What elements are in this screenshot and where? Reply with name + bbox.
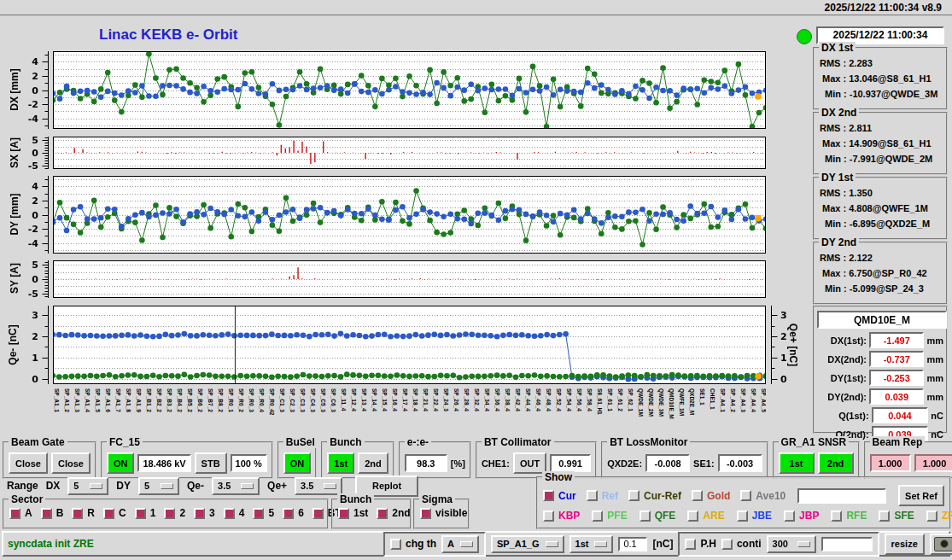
sector-checkbox-5[interactable]: 5 [253,507,274,519]
x-axis-label: SP_B2_2 [155,388,161,431]
sector-checkbox-C[interactable]: C [103,507,126,519]
sigma-visible-checkbox[interactable]: visible [420,507,467,519]
option-menu-indicator [594,541,607,547]
bunch-2nd-button[interactable]: 2nd [358,452,388,474]
set-ref-input[interactable] [797,488,886,504]
checkbox-indicator [283,508,294,519]
checkbox-label: Ref [602,490,618,502]
checkbox-indicator [72,508,83,519]
bunch-order-select[interactable]: 1st [569,535,614,553]
th-select[interactable]: A [441,535,479,553]
device-name-display: QMD10E_M [817,311,947,329]
device-row-value: -0.737 [869,351,924,367]
screenshot-button[interactable] [930,534,952,555]
range-qep-select[interactable]: 3.5 [295,477,342,495]
set-ref-button[interactable]: Set Ref [898,485,944,506]
checkbox-label: PFE [607,510,627,522]
sector-checkbox-2[interactable]: 2 [164,507,185,519]
x-axis-label: SP_C4_3 [309,388,315,431]
sector-checkbox-B[interactable]: B [41,507,64,519]
show-checkbox-ref[interactable]: Ref [587,490,618,502]
th-select-value: A [447,539,454,549]
gr-a1-2nd-button[interactable]: 2nd [818,452,854,474]
range-qep-value: 3.5 [301,481,313,491]
page-title: Linac KEKB e- Orbit [99,26,237,44]
show-checkbox-kbp[interactable]: KBP [543,510,580,522]
show-checkbox-cur[interactable]: Cur [543,490,576,502]
fc15-on-button[interactable]: ON [107,452,135,474]
axis-label-qe-plus: Qe+ [nC] [787,324,799,366]
beam-gate-close-2-button[interactable]: Close [51,452,91,474]
stats-group-title: DY 2nd [819,236,859,248]
sector-group: Sector ABRC123456BT [3,499,329,529]
axis-label-dx: DX [mm] [9,68,20,110]
chg-th-group: chg th A [383,532,486,557]
show-checkbox-jbe[interactable]: JBE [737,510,772,522]
sector-checkbox-3[interactable]: 3 [194,507,215,519]
option-menu-indicator [90,483,102,489]
range-dy-select[interactable]: 5 [138,477,179,495]
x-axis-label: SP_B6_2 [196,388,202,431]
x-axis-label: SP_62_1 [627,388,633,431]
sector-checkbox-4[interactable]: 4 [224,507,245,519]
conti-checkbox[interactable]: conti [721,538,762,550]
checkbox-indicator [640,510,651,522]
checkbox-label: JBE [752,510,772,522]
ph-checkbox[interactable]: P.H [685,538,715,550]
show-checkbox-sfe[interactable]: SFE [879,510,914,522]
bunch-1st-button[interactable]: 1st [327,452,354,474]
fc15-stb-button[interactable]: STB [195,452,227,474]
beam-gate-close-1-button[interactable]: Close [9,452,48,474]
busel-on-button[interactable]: ON [283,452,312,474]
sector-checkbox-6[interactable]: 6 [283,507,304,519]
range-dx-select[interactable]: 5 [67,477,108,495]
show-checkbox-ave10[interactable]: Ave10 [740,490,786,502]
resize-button[interactable]: resize [885,534,925,555]
checkbox-label: R [87,507,95,519]
bunch-checkbox-2nd[interactable]: 2nd [377,507,410,519]
stats-line: Max : 13.046@S8_61_H1 [815,71,946,86]
show-checkbox-jbp[interactable]: JBP [784,510,819,522]
conti-label: conti [737,538,762,550]
bt-lossmonitor-se1-label: SE1: [693,458,714,469]
stats-group-dx-1st: DX 1stRMS : 2.283Max : 13.046@S8_61_H1Mi… [813,47,948,110]
sector-checkbox-A[interactable]: A [9,507,32,519]
sector-title: Sector [9,493,45,505]
chg-th-checkbox[interactable]: chg th [390,538,436,550]
x-axis-label: S8_61_H1 [596,388,602,431]
show-checkbox-pfe[interactable]: PFE [592,510,627,522]
stats-line: RMS : 2.811 [815,120,946,136]
show-checkbox-rfe[interactable]: RFE [831,510,867,522]
checkbox-label: Cur-Ref [644,490,681,502]
range-qem-value: 3.5 [218,481,231,491]
sector-checkbox-1[interactable]: 1 [135,507,156,519]
stats-line: Max : 14.909@S8_61_H1 [815,136,946,151]
show-checkbox-qfe[interactable]: QFE [640,510,676,522]
checkbox-indicator [103,508,114,519]
x-axis-label: SP_C6_3 [330,388,336,431]
device-row-unit: mm [926,373,943,383]
x-axis-label: SP_B8_2 [217,388,223,431]
gr-a1-1st-button[interactable]: 1st [779,452,815,474]
show-checkbox-gold[interactable]: Gold [692,490,730,502]
status-bar: syncdata init ZRE chg th A SP_A1_G 1st [… [2,531,950,557]
range-qem-select[interactable]: 3.5 [212,477,260,495]
bunch-select-title: Bunch [337,493,374,505]
checkbox-label: 6 [298,507,304,519]
bunch-checkbox-1st[interactable]: 1st [338,507,368,519]
points-select[interactable]: 300 [767,535,816,553]
x-axis-label: SP_14_4 [371,388,377,431]
show-checkbox-zre[interactable]: ZRE [926,510,952,522]
device-row-unit: mm [926,392,943,402]
sp-select[interactable]: SP_A1_G [491,535,564,553]
checkbox-indicator [420,508,431,519]
x-axis-label: SP_22_4 [432,388,438,431]
x-axis-label: SP_A1_8 [125,388,131,431]
show-checkbox-are[interactable]: ARE [687,510,724,522]
checkbox-label: 1 [150,507,156,519]
device-row-unit: nC [931,429,943,440]
show-checkbox-cur-ref[interactable]: Cur-Ref [628,490,681,502]
extra-input[interactable] [821,537,873,551]
sector-checkbox-R[interactable]: R [72,507,95,519]
threshold-input[interactable] [618,537,647,551]
